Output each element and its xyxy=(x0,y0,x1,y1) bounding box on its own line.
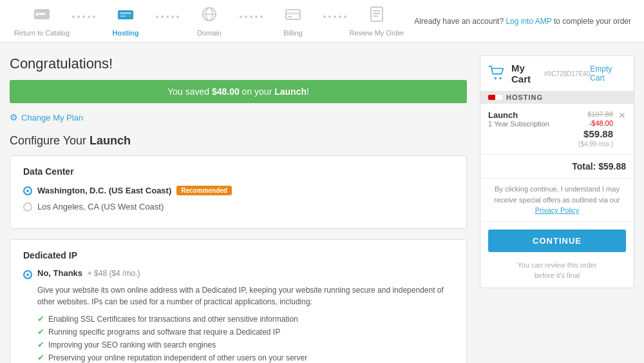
discount-price: -$48.00 xyxy=(589,119,613,127)
nav-dots-1 xyxy=(71,15,97,27)
original-price: $107.88 xyxy=(587,110,613,118)
hosting-label-bar: HOSTING xyxy=(480,91,634,104)
review-icon xyxy=(368,5,386,27)
nav-step-domain-label: Domain xyxy=(197,29,222,37)
hosting-stripe-icon xyxy=(488,95,502,100)
configure-title: Configure Your Launch xyxy=(10,134,467,148)
login-link[interactable]: Log into AMP xyxy=(506,17,551,26)
cart-item-details: Launch 1 Year Subscription xyxy=(488,110,549,128)
svg-point-17 xyxy=(495,77,497,79)
cart-item-subscription: 1 Year Subscription xyxy=(488,120,549,128)
hosting-bar-text: HOSTING xyxy=(506,93,543,101)
check-icon-4: ✔ xyxy=(37,353,44,362)
cart-item: Launch 1 Year Subscription $107.88 -$48.… xyxy=(480,104,634,155)
svg-rect-12 xyxy=(288,16,292,17)
dedicated-ip-box: Dedicated IP No, Thanks + $48 ($4 /mo.) … xyxy=(10,239,467,363)
cart-item-name: Launch xyxy=(488,110,549,120)
svg-rect-4 xyxy=(120,12,131,14)
dc-option-losangeles[interactable]: Los Angeles, CA (US West Coast) xyxy=(23,202,453,211)
nav-step-billing[interactable]: Billing xyxy=(264,5,322,37)
nav-step-hosting[interactable]: Hosting xyxy=(97,5,155,37)
cart-icon xyxy=(488,66,506,82)
savings-amount: $48.00 xyxy=(212,86,240,97)
cart-id: #9C728D17E40 xyxy=(544,70,590,77)
already-account-text: Already have an account? Log into AMP to… xyxy=(414,17,631,26)
check-icon-3: ✔ xyxy=(37,340,44,349)
dc-label-losangeles: Los Angeles, CA (US West Coast) xyxy=(37,202,164,211)
recommended-badge: Recommended xyxy=(176,186,232,195)
svg-rect-3 xyxy=(118,10,133,19)
cart-final-note: You can review this order before it's fi… xyxy=(480,260,634,288)
dc-radio-washington[interactable] xyxy=(23,186,32,195)
change-plan-link[interactable]: ⚙ Change My Plan xyxy=(10,112,467,123)
svg-rect-11 xyxy=(286,12,300,15)
data-center-box: Data Center Washington, D.C. (US East Co… xyxy=(10,155,467,229)
cart-title: My Cart xyxy=(511,63,539,84)
dedicated-ip-title: Dedicated IP xyxy=(23,250,453,260)
nav-step-domain[interactable]: Domain xyxy=(180,5,238,37)
empty-cart-button[interactable]: Empty Cart xyxy=(590,64,626,83)
dc-radio-losangeles[interactable] xyxy=(23,202,32,211)
dedicated-ip-radio[interactable] xyxy=(23,270,32,279)
svg-rect-14 xyxy=(373,10,381,12)
dedicated-ip-benefits: ✔ Enabling SSL Certificates for transact… xyxy=(37,314,453,363)
cart-box: My Cart #9C728D17E40 Empty Cart HOSTING … xyxy=(480,55,634,288)
cart-title-row: My Cart #9C728D17E40 xyxy=(488,63,590,84)
svg-rect-15 xyxy=(373,13,381,14)
privacy-policy-link[interactable]: Privacy Policy xyxy=(535,206,579,214)
dedicated-ip-price: + $48 ($4 /mo.) xyxy=(88,269,140,278)
cart-total: Total: $59.88 xyxy=(480,155,634,179)
cart-disclaimer: By clicking continue, I understand I may… xyxy=(480,179,634,222)
nav-step-return[interactable]: Return to Catalog xyxy=(13,5,71,37)
final-price: $59.88 xyxy=(583,128,613,139)
dedicated-no-thanks-label: No, Thanks xyxy=(37,268,82,278)
nav-steps: Return to Catalog Hosting xyxy=(13,5,406,37)
continue-button[interactable]: CONTINUE xyxy=(488,230,626,252)
savings-banner: You saved $48.00 on your Launch! xyxy=(10,80,467,103)
nav-dots-2 xyxy=(155,15,180,27)
dedicated-ip-option[interactable]: No, Thanks + $48 ($4 /mo.) xyxy=(23,268,453,279)
check-icon-2: ✔ xyxy=(37,327,44,337)
cart-header: My Cart #9C728D17E40 Empty Cart xyxy=(480,56,634,91)
svg-rect-16 xyxy=(373,15,378,17)
cart-item-row: Launch 1 Year Subscription $107.88 -$48.… xyxy=(488,110,626,148)
billing-icon xyxy=(284,5,302,27)
benefit-2: ✔ Running specific programs and software… xyxy=(37,327,453,337)
dc-label-washington: Washington, D.C. (US East Coast) xyxy=(37,186,171,195)
nav-step-hosting-label: Hosting xyxy=(113,29,139,37)
dc-option-washington[interactable]: Washington, D.C. (US East Coast) Recomme… xyxy=(23,186,453,195)
remove-item-button[interactable]: ✕ xyxy=(618,110,626,121)
nav-step-review-label: Review My Order xyxy=(350,29,404,37)
per-mo: ($4.99 /mo.) xyxy=(578,141,613,148)
gear-icon: ⚙ xyxy=(10,112,18,123)
content-area: Congratulations! You saved $48.00 on you… xyxy=(10,55,467,363)
domain-icon xyxy=(200,5,218,27)
nav-step-billing-label: Billing xyxy=(283,29,302,37)
nav-step-return-label: Return to Catalog xyxy=(14,29,70,37)
main-layout: Congratulations! You saved $48.00 on you… xyxy=(0,43,644,363)
data-center-title: Data Center xyxy=(23,166,453,177)
svg-point-18 xyxy=(499,77,501,79)
return-icon xyxy=(33,5,51,27)
nav-dots-4 xyxy=(322,15,348,27)
top-navigation: Return to Catalog Hosting xyxy=(0,0,644,43)
check-icon-1: ✔ xyxy=(37,314,44,324)
hosting-icon xyxy=(117,5,135,27)
svg-rect-5 xyxy=(120,15,126,17)
change-plan-label: Change My Plan xyxy=(21,113,83,123)
svg-point-6 xyxy=(129,15,131,17)
congrats-title: Congratulations! xyxy=(10,55,467,72)
nav-step-review[interactable]: Review My Order xyxy=(348,5,406,37)
nav-dots-3 xyxy=(238,15,264,27)
cart-price-col: $107.88 -$48.00 $59.88 ($4.99 /mo.) xyxy=(578,110,613,148)
dedicated-ip-description: Give your website its own online address… xyxy=(37,284,453,308)
svg-rect-2 xyxy=(39,13,45,15)
benefit-4: ✔ Preserving your online reputation inde… xyxy=(37,353,453,362)
savings-product: Launch xyxy=(274,86,307,97)
benefit-3: ✔ Improving your SEO ranking with search… xyxy=(37,340,453,349)
sidebar: My Cart #9C728D17E40 Empty Cart HOSTING … xyxy=(480,55,634,363)
benefit-1: ✔ Enabling SSL Certificates for transact… xyxy=(37,314,453,324)
